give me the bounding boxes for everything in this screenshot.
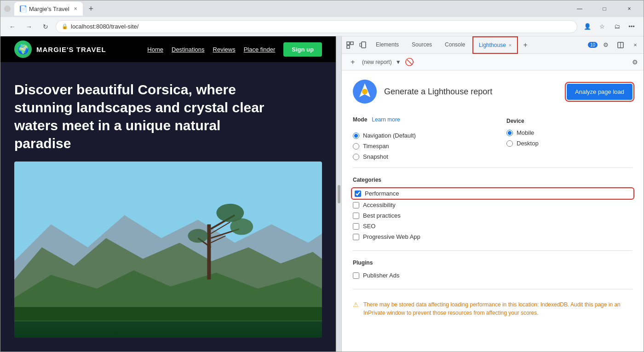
category-best-practices[interactable]: Best practices xyxy=(353,212,632,219)
tab-lighthouse-label: Lighthouse xyxy=(479,42,506,48)
svg-point-13 xyxy=(188,229,208,243)
analyze-page-btn[interactable]: Analyze page load xyxy=(567,84,632,100)
category-pwa-label: Progressive Web App xyxy=(363,233,420,240)
report-dropdown-btn[interactable]: ▼ xyxy=(396,59,401,65)
nav-link-destinations[interactable]: Destinations xyxy=(172,46,205,53)
site-navbar: 🌍 MARGIE'S TRAVEL Home Destinations Revi… xyxy=(0,36,336,62)
panel-divider[interactable] xyxy=(336,36,342,352)
device-desktop-radio[interactable] xyxy=(506,140,513,147)
tab-console[interactable]: Console xyxy=(438,36,472,54)
new-tab-btn[interactable]: + xyxy=(85,2,98,15)
mode-radio-group: Navigation (Default) Timespan Snapshot xyxy=(353,132,479,160)
devtools-toolbar: Elements Sources Console Lighthouse × + xyxy=(342,36,644,54)
logo-text: MARGIE'S TRAVEL xyxy=(36,46,106,53)
browser-tab[interactable]: 📄 Margie's Travel × xyxy=(14,2,83,16)
learn-more-link[interactable]: Learn more xyxy=(372,116,400,123)
svg-point-12 xyxy=(230,219,253,235)
devtools-settings-btn[interactable]: ⚙ xyxy=(599,39,612,52)
devtools-dock-btn[interactable] xyxy=(614,39,627,52)
mode-device-row: Mode Learn more Navigation (Default) Tim… xyxy=(353,116,632,160)
tab-sources[interactable]: Sources xyxy=(405,36,438,54)
svg-rect-16 xyxy=(347,46,350,48)
mode-navigation-radio[interactable] xyxy=(353,133,359,139)
lighthouse-panel: Generate a Lighthouse report Analyze pag… xyxy=(342,70,644,352)
close-btn[interactable]: × xyxy=(619,1,640,16)
inspect-element-btn[interactable] xyxy=(344,39,356,52)
clear-btn[interactable]: 🚫 xyxy=(405,58,414,66)
divider-1 xyxy=(353,167,632,168)
tab-title: Margie's Travel xyxy=(29,6,69,12)
address-field[interactable]: 🔒 localhost:8080/travel-site/ xyxy=(56,20,577,33)
warning-text: There may be stored data affecting loadi… xyxy=(363,300,632,317)
tab-area: 📄 Margie's Travel × + xyxy=(14,2,565,16)
mode-snapshot[interactable]: Snapshot xyxy=(353,153,479,160)
device-toolbar-btn[interactable] xyxy=(356,39,369,52)
refresh-btn[interactable]: ↻ xyxy=(39,20,52,33)
browser-viewport: 🌍 MARGIE'S TRAVEL Home Destinations Revi… xyxy=(0,36,336,352)
nav-link-reviews[interactable]: Reviews xyxy=(213,46,236,53)
tab-close-btn[interactable]: × xyxy=(74,6,77,12)
category-pwa-checkbox[interactable] xyxy=(353,234,359,240)
tab-elements[interactable]: Elements xyxy=(369,36,405,54)
device-radio-group: Mobile Desktop xyxy=(506,129,632,147)
collections-btn[interactable]: 🗂 xyxy=(610,20,623,33)
minimize-btn[interactable]: — xyxy=(569,1,590,16)
categories-section: Categories Performance Accessibility xyxy=(353,175,632,240)
signup-btn[interactable]: Sign up xyxy=(283,42,322,57)
plugin-publisher-ads-checkbox[interactable] xyxy=(353,272,359,279)
dock-icon xyxy=(617,42,624,48)
category-seo-label: SEO xyxy=(363,223,375,230)
plugin-publisher-ads[interactable]: Publisher Ads xyxy=(353,272,632,279)
warning-message: ⚠ There may be stored data affecting loa… xyxy=(353,297,632,321)
mode-timespan[interactable]: Timespan xyxy=(353,143,479,150)
mode-timespan-radio[interactable] xyxy=(353,143,359,150)
svg-rect-14 xyxy=(347,42,350,45)
mode-navigation[interactable]: Navigation (Default) xyxy=(353,132,479,139)
address-actions: 👤 ☆ 🗂 ••• xyxy=(581,20,638,33)
nav-link-home[interactable]: Home xyxy=(147,46,163,53)
lighthouse-settings-btn[interactable]: ⚙ xyxy=(632,58,638,66)
tab-favicon: 📄 xyxy=(20,6,26,12)
lighthouse-header: Generate a Lighthouse report Analyze pag… xyxy=(353,80,632,104)
add-report-btn[interactable]: + xyxy=(347,57,358,68)
device-mobile[interactable]: Mobile xyxy=(506,129,632,136)
mode-timespan-label: Timespan xyxy=(363,143,389,150)
new-panel-btn[interactable]: + xyxy=(519,39,532,52)
category-seo-checkbox[interactable] xyxy=(353,223,359,230)
favorites-btn[interactable]: ☆ xyxy=(596,20,609,33)
browser-window: 📄 Margie's Travel × + — □ × ← → ↻ 🔒 loca… xyxy=(0,0,644,352)
maximize-btn[interactable]: □ xyxy=(594,1,615,16)
svg-rect-15 xyxy=(351,42,353,45)
category-performance-checkbox[interactable] xyxy=(355,190,361,197)
devtools-close-btn[interactable]: × xyxy=(629,39,642,52)
category-accessibility-checkbox[interactable] xyxy=(353,202,359,208)
hero-image xyxy=(14,162,322,338)
category-best-practices-checkbox[interactable] xyxy=(353,213,359,219)
category-performance[interactable]: Performance xyxy=(353,189,632,198)
back-btn[interactable]: ← xyxy=(6,20,19,33)
plugin-publisher-ads-label: Publisher Ads xyxy=(363,272,400,279)
category-pwa[interactable]: Progressive Web App xyxy=(353,233,632,240)
mode-snapshot-label: Snapshot xyxy=(363,153,388,160)
category-seo[interactable]: SEO xyxy=(353,223,632,230)
tab-lighthouse[interactable]: Lighthouse × xyxy=(472,36,518,54)
device-mobile-radio[interactable] xyxy=(506,130,513,136)
hero-section: Discover beautiful Corsica, where stunni… xyxy=(0,62,336,162)
mode-snapshot-radio[interactable] xyxy=(353,154,359,160)
device-desktop[interactable]: Desktop xyxy=(506,140,632,147)
forward-btn[interactable]: → xyxy=(23,20,35,33)
site-nav-links: Home Destinations Reviews Place finder S… xyxy=(147,42,322,57)
site-logo: 🌍 MARGIE'S TRAVEL xyxy=(14,40,106,58)
more-btn[interactable]: ••• xyxy=(625,20,638,33)
tab-lighthouse-close[interactable]: × xyxy=(509,42,512,48)
svg-rect-4 xyxy=(14,307,322,321)
tab-sources-label: Sources xyxy=(412,41,432,48)
profile-btn[interactable]: 👤 xyxy=(581,20,594,33)
nav-link-placefinder[interactable]: Place finder xyxy=(244,46,276,53)
tab-console-label: Console xyxy=(445,41,465,48)
category-best-practices-label: Best practices xyxy=(363,212,401,219)
warning-icon: ⚠ xyxy=(353,301,359,317)
plugins-section: Plugins Publisher Ads xyxy=(353,258,632,279)
category-accessibility[interactable]: Accessibility xyxy=(353,202,632,208)
device-label: Device xyxy=(506,118,524,124)
